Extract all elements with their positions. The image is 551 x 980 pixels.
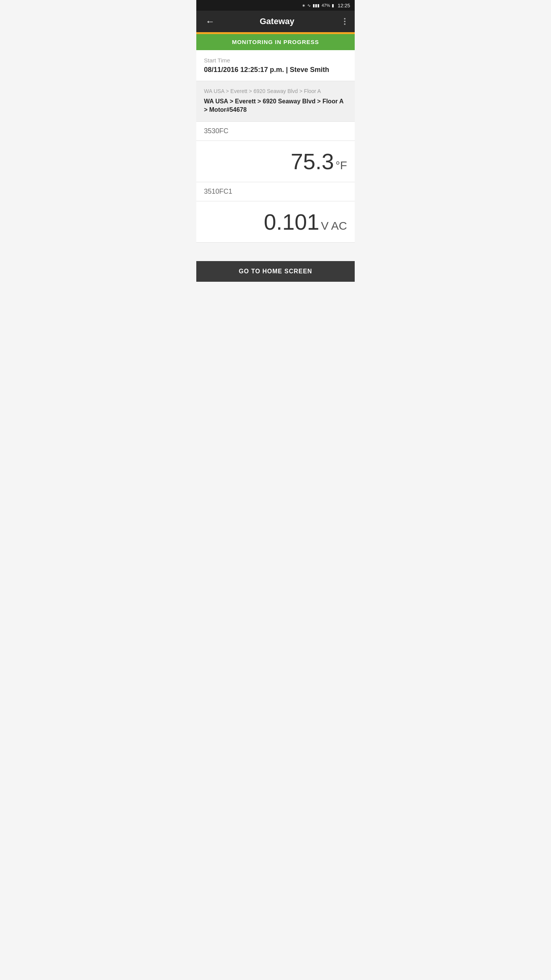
bottom-bar[interactable]: GO TO HOME SCREEN [196, 261, 355, 282]
menu-dot-2 [344, 21, 346, 22]
content-spacer [196, 243, 355, 261]
status-time: 12:25 [337, 3, 350, 8]
bluetooth-icon: ∗ [302, 3, 305, 8]
nav-bar: ← Gateway [196, 11, 355, 32]
sensor2-reading-section: 0.101 V AC [196, 201, 355, 243]
status-bar: ∗ ∿ ▮▮▮ 47% ▮ 12:25 [196, 0, 355, 11]
location-section: WA USA > Everett > 6920 Seaway Blvd > Fl… [196, 81, 355, 122]
sensor2-id: 3510FC1 [204, 188, 232, 195]
menu-dot-3 [344, 23, 346, 25]
start-time-label: Start Time [204, 57, 347, 64]
wifi-icon: ∿ [307, 3, 311, 8]
status-icons: ∗ ∿ ▮▮▮ 47% ▮ 12:25 [302, 3, 350, 8]
sensor1-id: 3530FC [204, 127, 228, 135]
page-title: Gateway [221, 16, 333, 26]
start-time-value: 08/11/2016 12:25:17 p.m. | Steve Smith [204, 66, 347, 74]
back-button[interactable]: ← [202, 13, 218, 30]
monitoring-status-text: MONITORING IN PROGRESS [232, 39, 319, 45]
sensor1-id-section: 3530FC [196, 122, 355, 141]
more-menu-button[interactable] [341, 15, 349, 28]
battery-percent: 47% [321, 3, 330, 8]
sensor1-value: 75.3 [291, 149, 334, 174]
sensor2-id-section: 3510FC1 [196, 182, 355, 201]
battery-icon: ▮ [332, 3, 334, 8]
sensor1-unit: °F [336, 159, 347, 172]
menu-dot-1 [344, 18, 346, 20]
sensor2-unit: V AC [321, 219, 347, 232]
go-to-home-button[interactable]: GO TO HOME SCREEN [239, 268, 312, 274]
signal-icon: ▮▮▮ [313, 3, 320, 8]
monitoring-banner: MONITORING IN PROGRESS [196, 34, 355, 50]
breadcrumb-light: WA USA > Everett > 6920 Seaway Blvd > Fl… [204, 88, 347, 94]
start-time-section: Start Time 08/11/2016 12:25:17 p.m. | St… [196, 50, 355, 81]
sensor1-reading-section: 75.3 °F [196, 141, 355, 182]
sensor2-value: 0.101 [264, 209, 319, 235]
breadcrumb-bold: WA USA > Everett > 6920 Seaway Blvd > Fl… [204, 97, 347, 114]
